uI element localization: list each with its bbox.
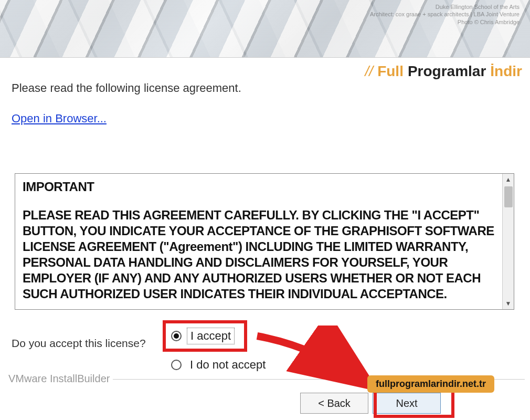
credit-line-3: Photo © Chris Ambridge <box>370 18 520 26</box>
scroll-up-icon[interactable]: ▲ <box>503 174 514 185</box>
radio-decline[interactable] <box>171 360 182 370</box>
radio-group: I accept I do not accept <box>163 320 269 373</box>
header-credits: Duke Ellington School of the Arts Archit… <box>370 3 520 26</box>
radio-accept-label[interactable]: I accept <box>187 328 235 344</box>
credit-line-2: Architect: cox graae + spack architects … <box>370 10 520 18</box>
license-scrollbar[interactable]: ▲ ▼ <box>502 174 514 309</box>
accept-highlight-box: I accept <box>163 320 247 352</box>
url-badge: fullprogramlarindir.net.tr <box>367 375 494 393</box>
license-heading: IMPORTANT <box>23 179 495 195</box>
install-builder-label: VMware InstallBuilder <box>5 373 113 385</box>
radio-decline-row: I do not accept <box>163 357 269 373</box>
header-banner: Duke Ellington School of the Arts Archit… <box>0 0 530 58</box>
scroll-down-icon[interactable]: ▼ <box>503 298 514 309</box>
watermark-word-3: İndir <box>490 63 522 80</box>
back-button[interactable]: < Back <box>300 393 368 414</box>
instruction-text: Please read the following license agreem… <box>12 81 241 95</box>
next-button[interactable]: Next <box>373 393 441 414</box>
scroll-thumb[interactable] <box>504 186 513 207</box>
watermark-logo: // Full Programlar İndir <box>365 63 522 80</box>
watermark-word-1: Full <box>377 63 404 80</box>
radio-accept[interactable] <box>171 331 182 341</box>
license-content: IMPORTANT PLEASE READ THIS AGREEMENT CAR… <box>15 174 502 309</box>
open-in-browser-link[interactable]: Open in Browser... <box>12 112 107 125</box>
accept-question: Do you accept this license? <box>12 337 146 350</box>
license-agreement-box: IMPORTANT PLEASE READ THIS AGREEMENT CAR… <box>15 173 514 310</box>
slash-icon: // <box>365 63 374 80</box>
button-row: < Back Next <box>300 393 441 414</box>
license-body: PLEASE READ THIS AGREEMENT CAREFULLY. BY… <box>23 207 495 302</box>
credit-line-1: Duke Ellington School of the Arts <box>370 3 520 10</box>
radio-decline-label[interactable]: I do not accept <box>187 357 269 373</box>
watermark-word-2: Programlar <box>408 63 486 80</box>
